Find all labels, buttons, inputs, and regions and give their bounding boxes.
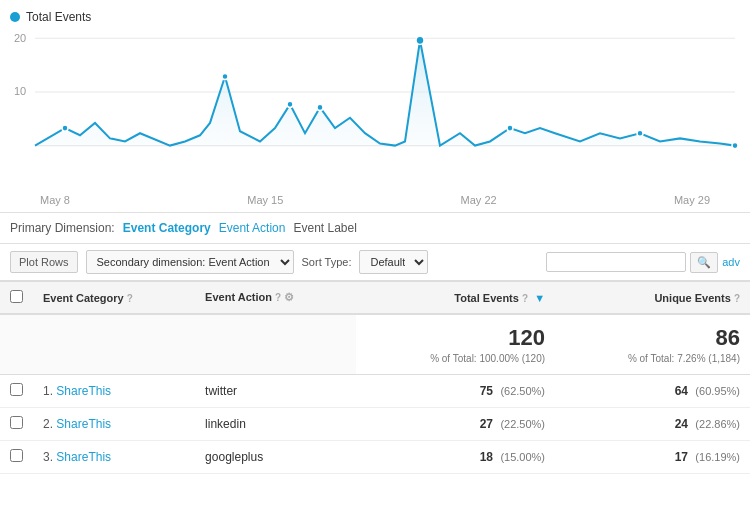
row2-total-events-value: 27 xyxy=(480,417,493,431)
secondary-dimension-select[interactable]: Secondary dimension: Event Action xyxy=(86,250,294,274)
sort-default-select[interactable]: Default xyxy=(359,250,428,274)
svg-point-4 xyxy=(222,73,228,79)
col-event-action-settings-icon[interactable]: ⚙ xyxy=(284,291,294,303)
table-header-row: Event Category ? Event Action ? ⚙ Total … xyxy=(0,282,750,315)
toolbar: Plot Rows Secondary dimension: Event Act… xyxy=(0,244,750,281)
row1-unique-events: 64 (60.95%) xyxy=(555,375,750,408)
row2-unique-events: 24 (22.86%) xyxy=(555,408,750,441)
svg-point-10 xyxy=(732,143,738,149)
row1-checkbox-cell xyxy=(0,375,33,408)
total-events-big: 120 xyxy=(366,325,545,351)
row3-action-text: googleplus xyxy=(205,450,263,464)
row2-rank: 2. xyxy=(43,417,53,431)
svg-point-5 xyxy=(287,101,293,107)
col-total-events-sort-icon[interactable]: ▼ xyxy=(534,292,545,304)
row2-action: linkedin xyxy=(195,408,356,441)
pd-event-label: Event Label xyxy=(293,221,356,235)
row2-category[interactable]: ShareThis xyxy=(56,417,111,431)
row3-total-events: 18 (15.00%) xyxy=(356,441,555,474)
row1-total-pct: (62.50%) xyxy=(500,385,545,397)
summary-unique-events: 86 % of Total: 7.26% (1,184) xyxy=(555,314,750,375)
legend-label: Total Events xyxy=(26,10,91,24)
svg-point-8 xyxy=(507,125,513,131)
chart-area: Total Events 20 10 xyxy=(0,0,750,213)
x-labels: May 8 May 15 May 22 May 29 xyxy=(10,190,740,212)
row1-total-events: 75 (62.50%) xyxy=(356,375,555,408)
pd-label: Primary Dimension: xyxy=(10,221,115,235)
unique-events-sub: % of Total: 7.26% (1,184) xyxy=(565,353,740,364)
col-unique-events-info-icon[interactable]: ? xyxy=(734,293,740,304)
row3-category[interactable]: ShareThis xyxy=(56,450,111,464)
total-events-sub: % of Total: 100.00% (120) xyxy=(366,353,545,364)
svg-point-3 xyxy=(62,125,68,131)
col-unique-events: Unique Events ? xyxy=(555,282,750,315)
row2-checkbox-cell xyxy=(0,408,33,441)
pd-event-category[interactable]: Event Category xyxy=(123,221,211,235)
table-row: 2. ShareThis linkedin 27 (22.50%) 24 (22… xyxy=(0,408,750,441)
table-row: 3. ShareThis googleplus 18 (15.00%) 17 (… xyxy=(0,441,750,474)
row3-total-events-value: 18 xyxy=(480,450,493,464)
row3-unique-events: 17 (16.19%) xyxy=(555,441,750,474)
row2-rank-category: 2. ShareThis xyxy=(33,408,195,441)
primary-dimension-row: Primary Dimension: Event Category Event … xyxy=(0,213,750,244)
row3-rank: 3. xyxy=(43,450,53,464)
chart-wrapper: 20 10 xyxy=(10,30,740,190)
row3-rank-category: 3. ShareThis xyxy=(33,441,195,474)
row2-total-events: 27 (22.50%) xyxy=(356,408,555,441)
legend-dot xyxy=(10,12,20,22)
checkbox-header xyxy=(0,282,33,315)
search-input[interactable] xyxy=(546,252,686,272)
row1-unique-pct: (60.95%) xyxy=(695,385,740,397)
row3-unique-events-value: 17 xyxy=(675,450,688,464)
search-area: 🔍 adv xyxy=(546,252,740,273)
row1-unique-events-value: 64 xyxy=(675,384,688,398)
select-all-checkbox[interactable] xyxy=(10,290,23,303)
x-label-may29: May 29 xyxy=(674,194,710,206)
row1-total-events-value: 75 xyxy=(480,384,493,398)
x-label-may8: May 8 xyxy=(40,194,70,206)
adv-link[interactable]: adv xyxy=(722,256,740,268)
col-total-events: Total Events ? ▼ xyxy=(356,282,555,315)
row1-action: twitter xyxy=(195,375,356,408)
svg-point-7 xyxy=(416,36,424,44)
col-total-events-info-icon[interactable]: ? xyxy=(522,293,528,304)
col-event-category-info-icon[interactable]: ? xyxy=(127,293,133,304)
svg-point-9 xyxy=(637,130,643,136)
x-label-may22: May 22 xyxy=(461,194,497,206)
chart-legend: Total Events xyxy=(10,10,740,24)
row3-unique-pct: (16.19%) xyxy=(695,451,740,463)
x-label-may15: May 15 xyxy=(247,194,283,206)
table-row: 1. ShareThis twitter 75 (62.50%) 64 (60.… xyxy=(0,375,750,408)
summary-empty-cell xyxy=(0,314,356,375)
row3-action: googleplus xyxy=(195,441,356,474)
row3-checkbox-cell xyxy=(0,441,33,474)
row1-checkbox[interactable] xyxy=(10,383,23,396)
row3-total-pct: (15.00%) xyxy=(500,451,545,463)
col-event-action: Event Action ? ⚙ xyxy=(195,282,356,315)
summary-total-events: 120 % of Total: 100.00% (120) xyxy=(356,314,555,375)
chart-svg xyxy=(10,30,740,190)
row2-unique-pct: (22.86%) xyxy=(695,418,740,430)
row2-unique-events-value: 24 xyxy=(675,417,688,431)
y-label-20: 20 xyxy=(14,32,26,44)
pd-event-action[interactable]: Event Action xyxy=(219,221,286,235)
row1-rank-category: 1. ShareThis xyxy=(33,375,195,408)
y-label-10: 10 xyxy=(14,85,26,97)
unique-events-big: 86 xyxy=(565,325,740,351)
row1-action-text: twitter xyxy=(205,384,237,398)
row3-checkbox[interactable] xyxy=(10,449,23,462)
plot-rows-button[interactable]: Plot Rows xyxy=(10,251,78,273)
row1-category[interactable]: ShareThis xyxy=(56,384,111,398)
svg-point-6 xyxy=(317,104,323,110)
row2-checkbox[interactable] xyxy=(10,416,23,429)
col-event-action-info-icon[interactable]: ? xyxy=(275,292,281,303)
row1-rank: 1. xyxy=(43,384,53,398)
sort-type-label: Sort Type: xyxy=(302,256,352,268)
row2-total-pct: (22.50%) xyxy=(500,418,545,430)
search-button[interactable]: 🔍 xyxy=(690,252,718,273)
col-event-category: Event Category ? xyxy=(33,282,195,315)
summary-row: 120 % of Total: 100.00% (120) 86 % of To… xyxy=(0,314,750,375)
row2-action-text: linkedin xyxy=(205,417,246,431)
data-table: Event Category ? Event Action ? ⚙ Total … xyxy=(0,281,750,474)
